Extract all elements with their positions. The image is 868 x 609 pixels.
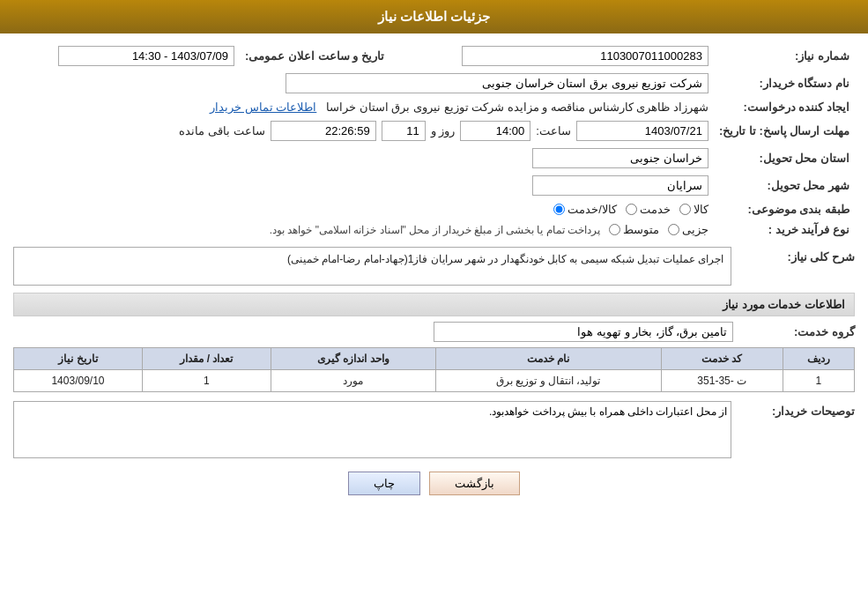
sharh-text: اجرای عملیات تبدیل شبکه سیمی به کابل خود… (287, 253, 723, 265)
toseeh-label: توصیحات خریدار: (740, 401, 855, 418)
nofarayand-motevaset-radio[interactable] (609, 224, 620, 235)
mohlat-rooz-label: روز و (431, 124, 456, 137)
mohlat-rooz-input[interactable] (382, 121, 426, 141)
nofarayand-jazzi-label: جزیی (682, 223, 708, 236)
khadamat-section-title: اطلاعات خدمات مورد نیاز (13, 293, 855, 316)
page-title: جزئیات اطلاعات نیاز (378, 9, 490, 24)
shomara-label: شماره نیاز: (714, 42, 855, 70)
table-cell: تولید، انتقال و توزیع برق (435, 370, 661, 392)
goroh-row: گروه خدمت: (13, 322, 855, 342)
tabaqe-kala-khadamat-radio[interactable] (553, 204, 565, 215)
tarikh-label: تاریخ و ساعت اعلان عمومی: (240, 42, 402, 70)
nam-dastgah-value-cell (13, 70, 714, 97)
table-cell: 1 (142, 370, 271, 392)
nofarayand-value-cell: جزیی متوسط پرداخت تمام یا بخشی از مبلغ خ… (13, 219, 714, 240)
tarikh-input[interactable] (58, 46, 234, 66)
tabaqe-kala-khadamat-option[interactable]: کالا/خدمت (553, 203, 617, 216)
nofarayand-jazzi-radio[interactable] (668, 224, 679, 235)
table-cell: ت -35-351 (661, 370, 783, 392)
col-kod: کد خدمت (661, 348, 783, 370)
ostan-input[interactable] (532, 148, 708, 168)
content-area: شماره نیاز: تاریخ و ساعت اعلان عمومی: نا… (0, 33, 868, 513)
tabaqe-kala-option[interactable]: کالا (679, 203, 708, 216)
tabaqe-khadamat-label: خدمت (640, 203, 671, 216)
goroh-input[interactable] (434, 322, 733, 342)
shahr-input[interactable] (532, 175, 708, 196)
page-wrapper: جزئیات اطلاعات نیاز شماره نیاز: تاریخ و … (0, 0, 868, 609)
tabaqe-khadamat-radio[interactable] (626, 204, 637, 215)
services-table: ردیف کد خدمت نام خدمت واحد اندازه گیری ت… (13, 347, 855, 392)
page-header: جزئیات اطلاعات نیاز (0, 0, 868, 33)
ijad-text: شهرزاد ظاهری کارشناس مناقصه و مزایده شرک… (326, 100, 708, 114)
ijad-label: ایجاد کننده درخواست: (714, 97, 855, 117)
button-row: بازگشت چاپ (13, 472, 855, 495)
shomara-value-cell (402, 42, 714, 70)
tabaqe-kala-khadamat-label: کالا/خدمت (568, 203, 617, 216)
col-tedad: تعداد / مقدار (142, 348, 271, 370)
ostan-value-cell (13, 145, 714, 172)
tabaqe-label: طبقه بندی موضوعی: (714, 199, 855, 219)
table-row: 1ت -35-351تولید، انتقال و توزیع برقمورد1… (14, 370, 855, 392)
mohlat-row: ساعت: روز و ساعت باقی مانده (13, 117, 714, 145)
ijad-link[interactable]: اطلاعات تماس خریدار (210, 100, 316, 114)
table-cell: 1403/09/10 (14, 370, 143, 392)
toseeh-section: توصیحات خریدار: (13, 401, 855, 458)
col-tarikh: تاریخ نیاز (14, 348, 143, 370)
ostan-label: استان محل تحویل: (714, 145, 855, 172)
sharh-box: اجرای عملیات تبدیل شبکه سیمی به کابل خود… (13, 247, 731, 286)
nofarayand-label: نوع فرآیند خرید : (714, 219, 855, 240)
nam-dastgah-input[interactable] (286, 73, 708, 93)
tabaqe-value-cell: کالا خدمت کالا/خدمت (13, 199, 714, 219)
mohlat-date-input[interactable] (576, 121, 708, 141)
nofarayand-jazzi-option[interactable]: جزیی (668, 223, 708, 236)
sharh-section: شرح کلی نیاز: اجرای عملیات تبدیل شبکه سی… (13, 247, 855, 286)
mohlat-mande-label: ساعت باقی مانده (179, 124, 264, 137)
nofarayand-motevaset-option[interactable]: متوسط (609, 223, 659, 236)
nofarayand-motevaset-label: متوسط (623, 223, 659, 236)
col-nam: نام خدمت (435, 348, 661, 370)
nam-dastgah-label: نام دستگاه خریدار: (714, 70, 855, 97)
goroh-label: گروه خدمت: (740, 325, 855, 338)
tarikh-value-cell (13, 42, 240, 70)
tabaqe-khadamat-option[interactable]: خدمت (626, 203, 671, 216)
mohlat-saat-label: ساعت: (536, 124, 571, 137)
top-info-table: شماره نیاز: تاریخ و ساعت اعلان عمومی: نا… (13, 42, 855, 240)
toseeh-textarea[interactable] (13, 401, 731, 458)
ijad-value-cell: شهرزاد ظاهری کارشناس مناقصه و مزایده شرک… (13, 97, 714, 117)
table-cell: مورد (271, 370, 435, 392)
mohlat-label: مهلت ارسال پاسخ: تا تاریخ: (714, 117, 855, 145)
tabaqe-kala-label: کالا (694, 203, 708, 216)
col-vahed: واحد اندازه گیری (271, 348, 435, 370)
mohlat-mande-input[interactable] (271, 121, 376, 141)
shahr-value-cell (13, 172, 714, 199)
shomara-input[interactable] (462, 46, 708, 66)
shahr-label: شهر محل تحویل: (714, 172, 855, 199)
sharh-label: شرح کلی نیاز: (740, 247, 855, 264)
back-button[interactable]: بازگشت (429, 472, 520, 495)
nofarayand-text: پرداخت تمام یا بخشی از مبلغ خریدار از مح… (270, 224, 600, 236)
col-radif: ردیف (783, 348, 854, 370)
mohlat-saat-input[interactable] (460, 121, 530, 141)
table-cell: 1 (783, 370, 854, 392)
tabaqe-kala-radio[interactable] (679, 204, 691, 215)
print-button[interactable]: چاپ (348, 472, 420, 495)
